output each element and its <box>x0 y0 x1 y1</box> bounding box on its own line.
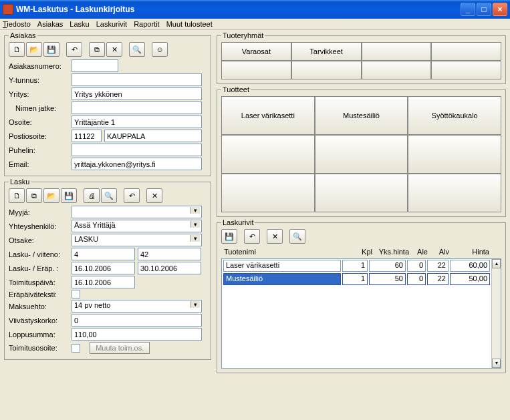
lasku-toolbar: 🗋 ⧉ 📂 💾 🖨 🔍 ↶ ✕ <box>9 188 207 203</box>
yhteys-combo[interactable]: Ässä Yrittäjä <box>72 220 202 232</box>
tuoteryhma-button[interactable] <box>291 61 362 79</box>
tuoteryhmat-group: Tuoteryhmät VaraosatTarvikkeet <box>217 31 506 84</box>
nimenjatke-field[interactable] <box>72 101 202 114</box>
new-icon[interactable]: 🗋 <box>9 42 25 57</box>
new-icon[interactable]: 🗋 <box>9 188 25 203</box>
search-icon[interactable]: 🔍 <box>129 42 145 57</box>
save-icon[interactable]: 💾 <box>61 188 77 203</box>
label-asiakasnumero: Asiakasnumero: <box>9 62 69 70</box>
erapaivatext-checkbox[interactable] <box>72 290 80 298</box>
smiley-icon[interactable]: ☺ <box>152 42 168 57</box>
header-tuotenimi: Tuotenimi <box>223 246 348 257</box>
invoice-grid[interactable]: Laser värikasetti16002260,00Mustesäiliö1… <box>221 258 501 369</box>
myyja-combo[interactable] <box>72 206 202 218</box>
erapvm-field[interactable] <box>138 262 201 274</box>
tuoteryhma-button[interactable] <box>362 61 432 79</box>
maksuehto-combo[interactable]: 14 pv netto <box>72 300 202 312</box>
cell-kpl[interactable]: 1 <box>342 273 368 285</box>
copy-icon[interactable]: ⧉ <box>89 42 105 57</box>
cell-hinta[interactable]: 60,00 <box>450 260 490 272</box>
tuote-button[interactable] <box>221 174 315 212</box>
tuote-button[interactable] <box>315 135 408 174</box>
save-icon[interactable]: 💾 <box>221 229 237 244</box>
menu-asiakas[interactable]: Asiakas <box>37 20 63 28</box>
tuoteryhma-button[interactable] <box>362 42 432 61</box>
puhelin-field[interactable] <box>72 144 202 156</box>
tuoteryhma-button[interactable] <box>431 61 501 79</box>
asiakasnumero-field[interactable] <box>72 59 118 72</box>
table-row[interactable]: Laser värikasetti16002260,00 <box>222 259 491 272</box>
copy-icon[interactable]: ⧉ <box>26 188 42 203</box>
ytunnus-field[interactable] <box>72 73 202 86</box>
muuta-toim-button[interactable]: Muuta toim.os. <box>90 342 150 354</box>
scrollbar[interactable]: ▴ ▾ <box>491 259 501 368</box>
cell-kpl[interactable]: 1 <box>342 260 368 272</box>
laskupvm-field[interactable] <box>72 262 135 274</box>
table-row[interactable]: Mustesäiliö15002250,00 <box>222 272 491 286</box>
save-icon[interactable]: 💾 <box>43 42 59 57</box>
cell-name[interactable]: Laser värikasetti <box>223 260 341 272</box>
label-ytunnus: Y-tunnus: <box>9 76 69 84</box>
email-field[interactable] <box>72 158 202 170</box>
search-icon[interactable]: 🔍 <box>289 229 305 244</box>
maximize-button[interactable]: □ <box>477 3 491 16</box>
loppusumma-field[interactable] <box>72 328 202 341</box>
viivastyskorko-field[interactable] <box>72 314 202 327</box>
cell-ale[interactable]: 0 <box>407 273 426 285</box>
scroll-up-icon[interactable]: ▴ <box>492 259 501 268</box>
toimituspvm-field[interactable] <box>72 276 135 288</box>
close-button[interactable]: × <box>493 3 507 16</box>
tuoteryhma-button[interactable] <box>221 61 291 79</box>
otsake-combo[interactable]: LASKU <box>72 234 202 246</box>
menu-laskurivit[interactable]: Laskurivit <box>96 20 127 28</box>
tuote-button[interactable] <box>408 174 501 212</box>
menu-tiedosto[interactable]: Tiedosto <box>3 20 31 28</box>
tuote-button[interactable]: Syöttökaukalo <box>408 96 501 135</box>
cell-yks[interactable]: 50 <box>369 273 406 285</box>
tuoteryhma-button[interactable]: Tarvikkeet <box>291 42 362 61</box>
yritys-field[interactable] <box>72 87 202 100</box>
tuoteryhma-button[interactable] <box>431 42 501 61</box>
delete-icon[interactable]: ✕ <box>267 229 283 244</box>
tuotteet-group: Tuotteet Laser värikasettiMustesäiliöSyö… <box>217 85 506 217</box>
viiteno-field[interactable] <box>138 248 201 260</box>
menu-lasku[interactable]: Lasku <box>70 20 89 28</box>
undo-icon[interactable]: ↶ <box>124 188 140 203</box>
laskuno-field[interactable] <box>72 248 135 260</box>
laskurivit-group: Laskurivit 💾 ↶ ✕ 🔍 Tuotenimi Kpl Yks.hin… <box>217 218 506 373</box>
tuoteryhma-button[interactable]: Varaosat <box>221 42 291 61</box>
tuote-button[interactable]: Mustesäiliö <box>315 96 408 135</box>
open-icon[interactable]: 📂 <box>43 188 59 203</box>
toimitusosoite-checkbox[interactable] <box>72 344 80 353</box>
kaupunki-field[interactable] <box>104 130 202 142</box>
menu-muut[interactable]: Muut tulosteet <box>166 20 213 28</box>
menubar: Tiedosto Asiakas Lasku Laskurivit Raport… <box>0 19 510 30</box>
cell-alv[interactable]: 22 <box>427 273 449 285</box>
undo-icon[interactable]: ↶ <box>244 229 260 244</box>
tuote-button[interactable] <box>221 135 315 174</box>
postinum-field[interactable] <box>72 130 102 142</box>
tuote-button[interactable] <box>408 135 501 174</box>
cell-yks[interactable]: 60 <box>369 260 406 272</box>
label-puhelin: Puhelin: <box>9 146 69 154</box>
tuoteryhmat-legend: Tuoteryhmät <box>221 31 265 39</box>
scroll-down-icon[interactable]: ▾ <box>492 359 501 368</box>
delete-icon[interactable]: ✕ <box>146 188 162 203</box>
cell-name[interactable]: Mustesäiliö <box>223 273 341 285</box>
cell-hinta[interactable]: 50,00 <box>450 273 490 285</box>
tuote-button[interactable]: Laser värikasetti <box>221 96 315 135</box>
header-ale: Ale <box>410 246 429 257</box>
menu-raportit[interactable]: Raportit <box>134 20 160 28</box>
cell-ale[interactable]: 0 <box>407 260 426 272</box>
minimize-button[interactable]: _ <box>461 3 475 16</box>
undo-icon[interactable]: ↶ <box>66 42 82 57</box>
print-icon[interactable]: 🖨 <box>84 188 100 203</box>
tuote-button[interactable] <box>315 174 408 212</box>
delete-icon[interactable]: ✕ <box>106 42 122 57</box>
open-icon[interactable]: 📂 <box>26 42 42 57</box>
preview-icon[interactable]: 🔍 <box>101 188 117 203</box>
label-loppusumma: Loppusumma: <box>9 331 69 339</box>
label-yhteys: Yhteyshenkilö: <box>9 222 69 230</box>
cell-alv[interactable]: 22 <box>427 260 449 272</box>
osoite-field[interactable] <box>72 116 202 128</box>
